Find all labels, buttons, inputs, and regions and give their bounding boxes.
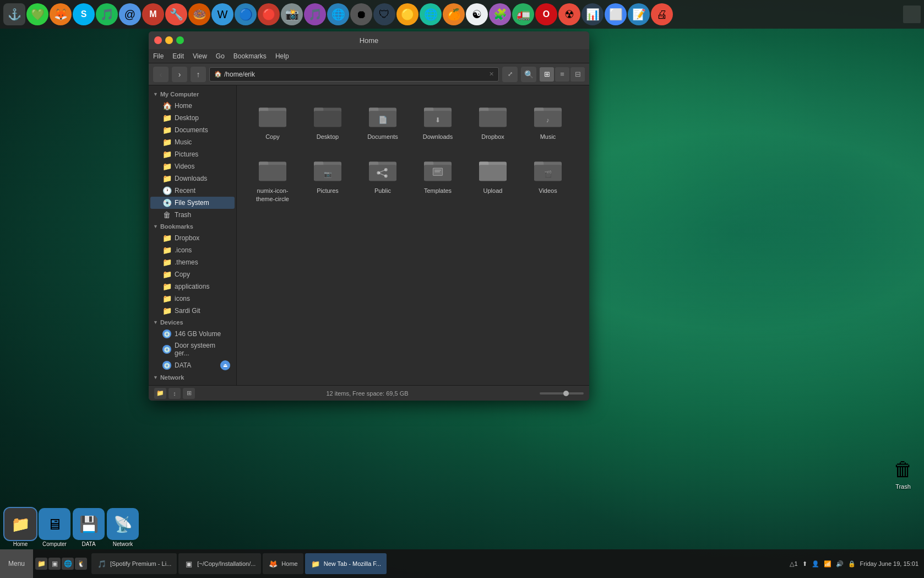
top-dock-icon-firefox[interactable]: 🦊 [50, 3, 72, 25]
top-dock-icon-photo[interactable]: 📸 [281, 3, 303, 25]
sidebar-section-network[interactable]: ▼ Network [149, 372, 236, 383]
taskbar-window-home[interactable]: 📁 New Tab - Mozilla F... [305, 553, 387, 574]
forward-button[interactable]: › [172, 67, 187, 82]
file-item-copy[interactable]: Copy [248, 96, 297, 145]
top-dock-icon-tools[interactable]: 🔧 [165, 3, 187, 25]
sidebar-item-dropbox[interactable]: 📁 Dropbox [150, 232, 235, 244]
top-dock-icon-music2[interactable]: 🎵 [304, 3, 326, 25]
top-dock-icon-shield[interactable]: 🛡 [373, 3, 395, 25]
file-item-downloads[interactable]: ⬇ Downloads [413, 96, 463, 145]
icon-view-button[interactable]: ⊞ [540, 67, 554, 82]
top-dock-icon-anchor[interactable]: ⚓ [3, 3, 25, 25]
zoom-slider[interactable] [540, 392, 584, 395]
file-item-templates[interactable]: Templates [413, 150, 463, 207]
menu-go[interactable]: Go [216, 52, 225, 60]
top-dock-icon-fw[interactable]: W [211, 3, 233, 25]
top-dock-icon-yellow[interactable]: 🟡 [396, 3, 418, 25]
file-item-music[interactable]: ♪ Music [523, 96, 573, 145]
systray-user[interactable]: 👤 [812, 560, 819, 568]
sidebar-item-applications[interactable]: 📁 applications [150, 280, 235, 293]
sidebar-item-pictures[interactable]: 📁 Pictures [150, 148, 235, 160]
top-dock-icon-cm[interactable]: M [142, 3, 164, 25]
back-button[interactable]: ‹ [153, 67, 169, 82]
close-button[interactable] [154, 36, 162, 44]
sidebar-item-icons[interactable]: 📁 icons [150, 293, 235, 305]
eject-button[interactable]: ⏏ [220, 360, 230, 370]
zoom-fit-button[interactable]: ⤢ [502, 67, 518, 82]
start-button[interactable]: Menu [0, 549, 33, 578]
top-dock-icon-yin[interactable]: ☯ [466, 3, 488, 25]
top-dock-icon-truck[interactable]: 🚛 [512, 3, 534, 25]
systray-count[interactable]: △1 [790, 560, 797, 568]
menu-file[interactable]: File [153, 52, 164, 60]
sidebar-item-downloads[interactable]: 📁 Downloads [150, 172, 235, 185]
sidebar-item-documents[interactable]: 📁 Documents [150, 124, 235, 136]
menu-bookmarks[interactable]: Bookmarks [233, 52, 267, 60]
top-dock-icon-sysmonitor[interactable]: 💚 [26, 3, 48, 25]
search-button[interactable]: 🔍 [521, 67, 536, 82]
taskbar-app-other[interactable]: 🐧 [75, 558, 87, 570]
menu-edit[interactable]: Edit [172, 52, 184, 60]
top-dock-icon-web[interactable]: 🌐 [327, 3, 349, 25]
sidebar-item-doorsystem[interactable]: 💿 Door systeem ger... [150, 340, 235, 359]
file-item-pictures[interactable]: 📷 Pictures [303, 150, 352, 207]
dock-item-network[interactable]: 📡 Network [107, 508, 139, 547]
address-bar[interactable]: 🏠 /home/erik ✕ [209, 67, 499, 82]
file-item-upload[interactable]: Upload [468, 150, 518, 207]
sidebar-item-dotthemes[interactable]: 📁 .themes [150, 256, 235, 268]
top-dock-icon-numix[interactable]: 🍩 [188, 3, 210, 25]
top-dock-icon-chart[interactable]: 📊 [581, 3, 604, 25]
taskbar-app-term[interactable]: ▣ [48, 558, 61, 570]
list-view-button[interactable]: ≡ [555, 67, 569, 82]
taskbar-app-browser[interactable]: 🌐 [62, 558, 74, 570]
taskbar-window-spotify[interactable]: 🎵 [Spotify Premium - Li... [91, 553, 177, 574]
sidebar-item-trash[interactable]: 🗑 Trash [150, 209, 235, 221]
minimize-button[interactable] [165, 36, 173, 44]
sidebar-item-copy[interactable]: 📁 Copy [150, 268, 235, 280]
taskbar-window-firefox[interactable]: 🦊 Home [263, 553, 303, 574]
top-dock-icon-spotify[interactable]: 🎵 [96, 3, 118, 25]
top-dock-icon-skype[interactable]: S [73, 3, 95, 25]
menu-help[interactable]: Help [275, 52, 289, 60]
top-dock-icon-record[interactable]: ⏺ [350, 3, 372, 25]
dock-item-data[interactable]: 💾 DATA [73, 508, 105, 547]
sidebar-item-vol146[interactable]: 💿 146 GB Volume [150, 328, 235, 340]
sidebar-item-doticons[interactable]: 📁 .icons [150, 244, 235, 256]
sidebar-section-bookmarks[interactable]: ▼ Bookmarks [149, 221, 236, 232]
sidebar-item-data[interactable]: 💿 DATA ⏏ [150, 359, 235, 372]
taskbar-app-files[interactable]: 📁 [35, 558, 47, 570]
up-button[interactable]: ↑ [191, 67, 206, 82]
maximize-button[interactable] [176, 36, 184, 44]
sidebar-item-videos[interactable]: 📁 Videos [150, 160, 235, 172]
file-item-documents[interactable]: 📄 Documents [358, 96, 407, 145]
sidebar-item-home[interactable]: 🏠 Home [150, 100, 235, 112]
file-item-videos[interactable]: 🎬 Videos [523, 150, 573, 207]
systray-lock[interactable]: 🔒 [848, 560, 856, 568]
top-dock-icon-orange[interactable]: 🍊 [443, 3, 465, 25]
menu-view[interactable]: View [193, 52, 207, 60]
top-dock-icon-puzzle[interactable]: 🧩 [489, 3, 511, 25]
file-item-dropbox[interactable]: Dropbox [468, 96, 518, 145]
top-dock-icon-blue[interactable]: 🔵 [235, 3, 257, 25]
sidebar-item-filesystem[interactable]: 💿 File System [150, 197, 235, 209]
statusbar-open-term[interactable]: ⊞ [183, 388, 195, 399]
sidebar-item-desktop[interactable]: 📁 Desktop [150, 112, 235, 124]
sidebar-item-recent[interactable]: 🕐 Recent [150, 185, 235, 197]
statusbar-new-folder[interactable]: 📁 [154, 388, 166, 399]
top-dock-icon-radiation[interactable]: ☢ [558, 3, 580, 25]
compact-view-button[interactable]: ⊟ [570, 67, 585, 82]
top-dock-icon-red[interactable]: 🔴 [258, 3, 280, 25]
sidebar-section-devices[interactable]: ▼ Devices [149, 317, 236, 328]
sidebar-item-music[interactable]: 📁 Music [150, 136, 235, 148]
top-dock-icon-chrome[interactable]: ⬜ [605, 3, 627, 25]
top-dock-icon-opera[interactable]: O [535, 3, 557, 25]
dock-item-computer[interactable]: 🖥 Computer [39, 508, 70, 547]
desktop-trash[interactable]: 🗑 Trash [893, 458, 913, 490]
systray-network[interactable]: 📶 [824, 560, 831, 568]
file-item-desktop[interactable]: Desktop [303, 96, 352, 145]
top-dock-icon-globe[interactable]: 🌐 [420, 3, 442, 25]
sidebar-section-my-computer[interactable]: ▼ My Computer [149, 89, 236, 100]
systray-volume[interactable]: 🔊 [836, 560, 844, 568]
top-dock-icon-print[interactable]: 🖨 [651, 3, 673, 25]
statusbar-toggle[interactable]: ↕ [169, 388, 181, 399]
